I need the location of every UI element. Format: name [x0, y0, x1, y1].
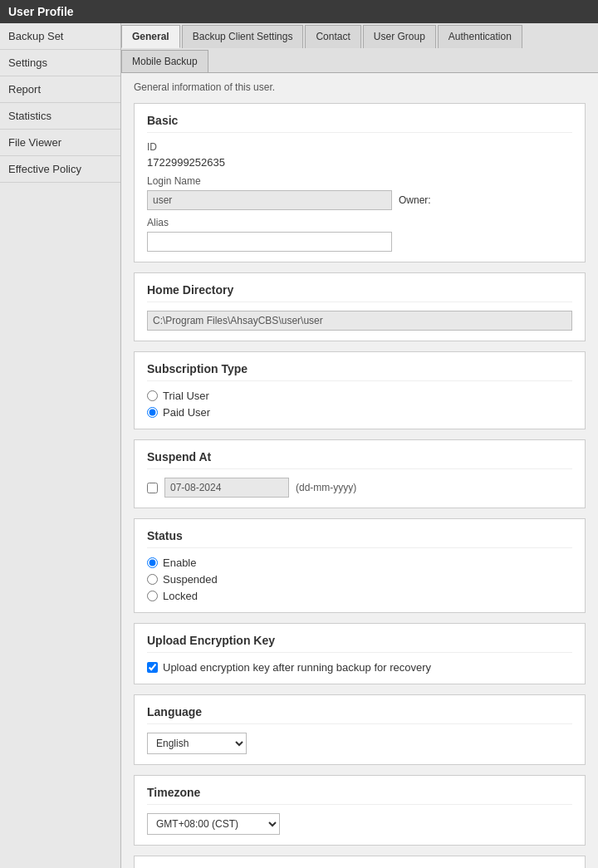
notes-section: Notes — [134, 856, 586, 868]
upload-encryption-key-title: Upload Encryption Key — [147, 634, 572, 653]
suspend-date-input[interactable] — [164, 478, 289, 498]
header-title: User Profile — [0, 0, 598, 23]
basic-section: Basic ID 1722999252635 Login Name Owner:… — [134, 103, 586, 262]
suspend-at-title: Suspend At — [147, 450, 572, 469]
trial-user-option[interactable]: Trial User — [147, 390, 572, 402]
sidebar-item-statistics[interactable]: Statistics — [0, 103, 120, 130]
sidebar-item-effective-policy[interactable]: Effective Policy — [0, 156, 120, 183]
status-suspended-option[interactable]: Suspended — [147, 573, 572, 586]
sidebar-item-backup-set[interactable]: Backup Set — [0, 23, 120, 50]
timezone-title: Timezone — [147, 786, 572, 805]
sidebar-item-report[interactable]: Report — [0, 76, 120, 103]
tab-authentication[interactable]: Authentication — [438, 25, 522, 48]
status-suspended-label: Suspended — [163, 573, 218, 586]
suspend-at-section: Suspend At (dd-mm-yyyy) — [134, 439, 586, 508]
trial-user-radio[interactable] — [147, 390, 158, 401]
id-label: ID — [147, 141, 572, 153]
tab-user-group[interactable]: User Group — [363, 25, 436, 48]
alias-label: Alias — [147, 217, 572, 228]
home-directory-input[interactable] — [147, 311, 572, 331]
home-directory-title: Home Directory — [147, 283, 572, 302]
home-directory-section: Home Directory — [134, 272, 586, 341]
tabs-bar: General Backup Client Settings Contact U… — [121, 23, 598, 73]
subscription-radio-group: Trial User Paid User — [147, 390, 572, 419]
timezone-select[interactable]: GMT+08:00 (CST) GMT+00:00 (UTC) GMT-05:0… — [147, 813, 280, 835]
status-enable-label: Enable — [163, 557, 196, 569]
tab-general[interactable]: General — [121, 25, 180, 48]
status-section: Status Enable Suspended Locked — [134, 518, 586, 613]
upload-encryption-key-option[interactable]: Upload encryption key after running back… — [147, 661, 572, 674]
language-select[interactable]: English Chinese (Traditional) Chinese (S… — [147, 733, 247, 754]
sidebar-item-file-viewer[interactable]: File Viewer — [0, 130, 120, 156]
page-description: General information of this user. — [134, 81, 586, 93]
language-section: Language English Chinese (Traditional) C… — [134, 694, 586, 765]
tab-backup-client-settings[interactable]: Backup Client Settings — [182, 25, 304, 48]
id-value: 1722999252635 — [147, 156, 572, 169]
status-title: Status — [147, 529, 572, 548]
content-area: General Backup Client Settings Contact U… — [121, 23, 598, 868]
paid-user-label: Paid User — [163, 406, 210, 419]
sidebar: Backup Set Settings Report Statistics Fi… — [0, 23, 121, 868]
page-content: General information of this user. Basic … — [121, 73, 598, 868]
owner-label: Owner: — [399, 194, 431, 206]
suspend-date-format: (dd-mm-yyyy) — [296, 482, 356, 493]
upload-encryption-key-label: Upload encryption key after running back… — [163, 661, 431, 674]
trial-user-label: Trial User — [163, 390, 209, 402]
subscription-type-title: Subscription Type — [147, 362, 572, 381]
tab-mobile-backup[interactable]: Mobile Backup — [121, 50, 208, 72]
status-locked-label: Locked — [163, 590, 198, 602]
language-title: Language — [147, 705, 572, 724]
upload-encryption-key-checkbox[interactable] — [147, 662, 158, 673]
login-name-label: Login Name — [147, 175, 572, 187]
status-suspended-radio[interactable] — [147, 574, 158, 585]
tab-contact[interactable]: Contact — [305, 25, 360, 48]
suspend-at-row: (dd-mm-yyyy) — [147, 478, 572, 498]
status-radio-group: Enable Suspended Locked — [147, 557, 572, 602]
upload-encryption-key-section: Upload Encryption Key Upload encryption … — [134, 623, 586, 684]
paid-user-radio[interactable] — [147, 407, 158, 418]
status-locked-radio[interactable] — [147, 591, 158, 601]
sidebar-item-settings[interactable]: Settings — [0, 50, 120, 76]
timezone-section: Timezone GMT+08:00 (CST) GMT+00:00 (UTC)… — [134, 775, 586, 846]
status-enable-option[interactable]: Enable — [147, 557, 572, 569]
suspend-at-checkbox[interactable] — [147, 483, 158, 493]
status-locked-option[interactable]: Locked — [147, 590, 572, 602]
login-name-input[interactable] — [147, 190, 392, 210]
login-name-row: Owner: — [147, 190, 572, 210]
status-enable-radio[interactable] — [147, 557, 158, 568]
alias-input[interactable] — [147, 232, 392, 252]
subscription-type-section: Subscription Type Trial User Paid User — [134, 351, 586, 429]
paid-user-option[interactable]: Paid User — [147, 406, 572, 419]
basic-title: Basic — [147, 114, 572, 133]
